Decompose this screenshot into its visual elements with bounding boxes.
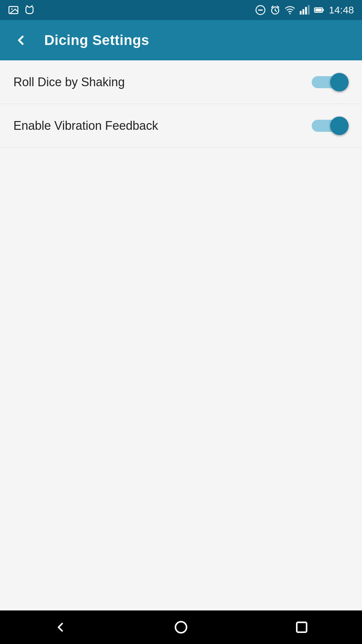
wifi-icon [285, 5, 295, 15]
enable-vibration-feedback-toggle[interactable] [312, 116, 349, 135]
enable-vibration-feedback-label: Enable Vibration Feedback [13, 119, 158, 133]
content-area: Roll Dice by Shaking Enable Vibration Fe… [0, 60, 362, 610]
svg-rect-16 [297, 622, 306, 632]
status-bar-left [8, 5, 35, 15]
svg-rect-14 [322, 9, 324, 11]
toggle-thumb [330, 116, 349, 135]
svg-line-6 [275, 10, 277, 11]
status-bar: 14:48 [0, 0, 362, 20]
signal-icon [299, 5, 310, 15]
svg-rect-10 [305, 7, 307, 15]
toggle-thumb [330, 73, 349, 91]
app-icon [24, 5, 35, 15]
svg-rect-11 [308, 5, 309, 14]
status-time: 14:48 [329, 4, 354, 16]
nav-back-button[interactable] [47, 614, 74, 641]
page-title: Dicing Settings [44, 32, 149, 48]
nav-home-button[interactable] [168, 614, 194, 641]
app-bar: Dicing Settings [0, 20, 362, 60]
roll-dice-shaking-toggle[interactable] [312, 73, 349, 91]
svg-rect-8 [300, 11, 301, 15]
empty-space [0, 148, 362, 610]
roll-dice-shaking-item[interactable]: Roll Dice by Shaking [0, 60, 362, 104]
gallery-icon [8, 5, 19, 15]
svg-point-15 [176, 622, 187, 633]
status-bar-right: 14:48 [255, 4, 354, 16]
roll-dice-shaking-label: Roll Dice by Shaking [13, 75, 125, 89]
nav-recents-button[interactable] [288, 614, 315, 641]
svg-point-7 [289, 13, 291, 14]
alarm-icon [270, 5, 281, 15]
svg-rect-9 [302, 9, 304, 14]
svg-rect-13 [315, 9, 322, 11]
dnd-icon [255, 5, 266, 15]
back-button[interactable] [11, 30, 31, 50]
battery-icon [314, 5, 325, 15]
nav-bar [0, 610, 362, 644]
enable-vibration-feedback-item[interactable]: Enable Vibration Feedback [0, 104, 362, 148]
svg-point-1 [11, 8, 12, 10]
